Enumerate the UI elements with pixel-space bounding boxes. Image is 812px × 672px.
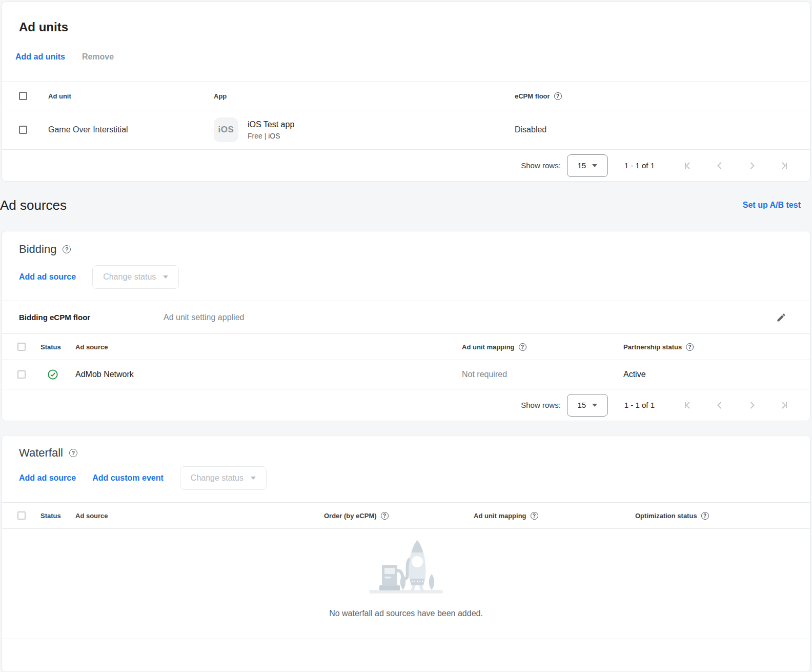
- bidding-pagination: Show rows: 15 1 - 1 of 1: [2, 389, 810, 421]
- waterfall-help-icon[interactable]: ?: [69, 449, 77, 457]
- ad-units-table-header: Ad unit App eCPM floor ?: [2, 82, 810, 110]
- show-rows-label: Show rows:: [521, 161, 561, 170]
- column-order-by-ecpm: Order (by eCPM): [324, 512, 377, 520]
- remove-button[interactable]: Remove: [82, 52, 114, 62]
- change-status-caret-icon: [251, 477, 256, 480]
- rows-per-page-select[interactable]: 15: [567, 394, 608, 417]
- rocket-fuel-pump-illustration: [368, 538, 444, 596]
- waterfall-add-ad-source-button[interactable]: Add ad source: [19, 473, 76, 483]
- column-app: App: [214, 92, 515, 100]
- ad-sources-title: Ad sources: [0, 197, 67, 213]
- column-partnership-status: Partnership status: [623, 343, 682, 351]
- ecpm-floor-help-icon[interactable]: ?: [554, 92, 562, 100]
- bidding-mapping-value: Not required: [462, 370, 623, 379]
- optimization-status-help-icon[interactable]: ?: [701, 512, 709, 520]
- select-caret-icon: [592, 404, 597, 407]
- ad-unit-name: Game Over Interstitial: [48, 125, 214, 134]
- column-ad-source: Ad source: [75, 343, 462, 351]
- column-status: Status: [40, 512, 75, 520]
- ad-units-pagination: Show rows: 15 1 - 1 of 1: [2, 149, 810, 181]
- column-ecpm-floor: eCPM floor: [515, 92, 550, 100]
- first-page-icon[interactable]: [681, 399, 694, 411]
- bidding-add-ad-source-button[interactable]: Add ad source: [19, 272, 76, 282]
- app-meta: Free | iOS: [248, 131, 294, 141]
- add-ad-units-button[interactable]: Add ad units: [15, 52, 65, 62]
- bidding-help-icon[interactable]: ?: [63, 245, 71, 253]
- bidding-card: Bidding ? Add ad source Change status Bi…: [2, 231, 810, 421]
- waterfall-change-status-button[interactable]: Change status: [180, 466, 267, 490]
- waterfall-empty-state: No waterfall ad sources have been added.: [2, 528, 810, 639]
- ad-units-title: Ad units: [2, 2, 810, 35]
- bidding-title: Bidding: [19, 242, 56, 256]
- prev-page-icon[interactable]: [714, 160, 726, 172]
- status-active-icon: [47, 369, 58, 380]
- bidding-table-header: Status Ad source Ad unit mapping ? Partn…: [2, 333, 810, 360]
- column-ad-source: Ad source: [75, 512, 324, 520]
- waterfall-toolbar: Add ad source Add custom event Change st…: [19, 466, 810, 490]
- prev-page-icon[interactable]: [714, 399, 726, 411]
- select-all-checkbox[interactable]: [19, 92, 27, 100]
- waterfall-card: Waterfall ? Add ad source Add custom eve…: [2, 435, 810, 672]
- bidding-ecpm-floor-label: Bidding eCPM floor: [19, 313, 164, 322]
- rows-per-page-select[interactable]: 15: [567, 154, 608, 177]
- bidding-ecpm-floor-row: Bidding eCPM floor Ad unit setting appli…: [2, 301, 810, 333]
- waterfall-table-header: Status Ad source Order (by eCPM) ? Ad un…: [2, 502, 810, 528]
- setup-ab-test-link[interactable]: Set up A/B test: [743, 201, 801, 210]
- partnership-status-help-icon[interactable]: ?: [686, 343, 694, 351]
- next-page-icon[interactable]: [746, 160, 758, 172]
- ad-units-card: Ad units Add ad units Remove Ad unit App…: [2, 2, 810, 182]
- bidding-change-status-button[interactable]: Change status: [92, 265, 179, 289]
- bidding-ecpm-floor-value: Ad unit setting applied: [164, 313, 244, 322]
- bidding-toolbar: Add ad source Change status: [19, 265, 810, 289]
- row-checkbox[interactable]: [19, 126, 27, 134]
- ad-sources-header: Ad sources Set up A/B test: [0, 197, 801, 213]
- page-range: 1 - 1 of 1: [624, 161, 655, 170]
- page-range: 1 - 1 of 1: [624, 401, 655, 409]
- ad-units-toolbar: Add ad units Remove: [2, 35, 810, 82]
- app-name: iOS Test app: [248, 119, 294, 130]
- show-rows-label: Show rows:: [521, 401, 561, 409]
- column-ad-unit-mapping: Ad unit mapping: [474, 512, 526, 520]
- bidding-select-all-checkbox[interactable]: [17, 343, 26, 351]
- ad-unit-mapping-help-icon[interactable]: ?: [519, 343, 526, 351]
- waterfall-footer: [2, 639, 810, 671]
- bidding-row[interactable]: AdMob Network Not required Active: [2, 360, 810, 389]
- order-by-ecpm-help-icon[interactable]: ?: [381, 512, 389, 520]
- waterfall-empty-text: No waterfall ad sources have been added.: [329, 609, 483, 618]
- bidding-ad-source-name: AdMob Network: [75, 370, 462, 379]
- waterfall-select-all-checkbox[interactable]: [17, 511, 26, 520]
- next-page-icon[interactable]: [746, 399, 758, 411]
- column-ad-unit-mapping: Ad unit mapping: [462, 343, 515, 351]
- ad-unit-mapping-help-icon[interactable]: ?: [531, 512, 538, 520]
- bidding-partnership-value: Active: [623, 370, 810, 379]
- first-page-icon[interactable]: [681, 160, 694, 172]
- ecpm-floor-value: Disabled: [515, 125, 810, 134]
- waterfall-title: Waterfall: [19, 446, 63, 460]
- last-page-icon[interactable]: [778, 399, 790, 411]
- column-optimization-status: Optimization status: [635, 512, 697, 520]
- edit-pencil-icon[interactable]: [776, 312, 786, 323]
- bidding-row-checkbox[interactable]: [17, 370, 26, 379]
- column-ad-unit: Ad unit: [48, 92, 214, 100]
- last-page-icon[interactable]: [778, 160, 790, 172]
- ios-app-icon: iOS: [214, 117, 238, 142]
- ad-unit-row[interactable]: Game Over Interstitial iOS iOS Test app …: [2, 110, 810, 149]
- column-status: Status: [40, 343, 75, 351]
- select-caret-icon: [592, 164, 597, 167]
- add-custom-event-button[interactable]: Add custom event: [92, 473, 164, 483]
- change-status-caret-icon: [163, 275, 168, 279]
